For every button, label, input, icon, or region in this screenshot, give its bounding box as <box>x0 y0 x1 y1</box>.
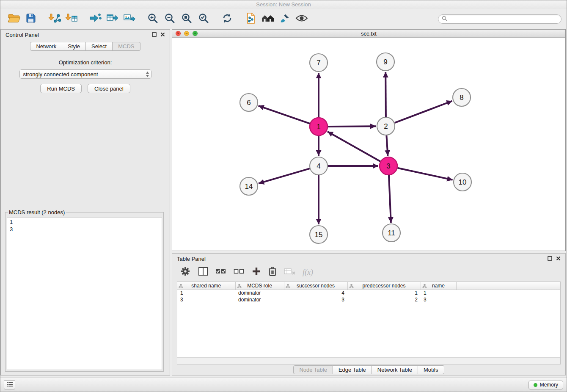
column-header-predecessor-nodes[interactable]: predecessor nodes <box>347 282 421 290</box>
column-header-mcds-role[interactable]: MCDS role <box>235 282 284 290</box>
cell-filler <box>456 296 560 303</box>
tab-style[interactable]: Style <box>62 42 86 51</box>
graph-node-8[interactable]: 8 <box>453 88 471 106</box>
edge-2-to-8[interactable] <box>395 101 452 123</box>
table-hscrollbar[interactable] <box>177 357 560 364</box>
graph-node-2[interactable]: 2 <box>377 117 395 135</box>
control-panel: Control Panel NetworkStyleSelectMCDS Opt… <box>0 29 170 375</box>
open-session-button[interactable] <box>6 11 22 28</box>
tab-mcds[interactable]: MCDS <box>113 42 140 51</box>
function-builder-button[interactable]: f(x) <box>303 268 313 277</box>
graph-node-15[interactable]: 15 <box>310 226 328 243</box>
zoom-selected-icon <box>198 13 209 25</box>
mcds-result-list[interactable]: 13 <box>7 217 162 370</box>
edge-4-to-14[interactable] <box>259 168 310 183</box>
edge-2-to-3[interactable] <box>386 135 388 156</box>
delete-table-button[interactable] <box>284 268 295 277</box>
window-minimize-icon[interactable]: − <box>184 31 189 36</box>
select-all-button[interactable] <box>215 268 226 276</box>
edge-1-to-2[interactable] <box>328 126 376 127</box>
column-header-successor-nodes[interactable]: successor nodes <box>284 282 347 290</box>
svg-text:14: 14 <box>245 182 253 190</box>
zoom-out-button[interactable] <box>161 11 178 28</box>
run-mcds-button[interactable]: Run MCDS <box>40 84 82 93</box>
network-window-titlebar[interactable]: × − + scc.txt <box>172 30 565 38</box>
zoom-in-button[interactable] <box>144 11 161 28</box>
edge-2-to-9[interactable] <box>385 72 386 117</box>
show-columns-button[interactable] <box>198 267 208 278</box>
edge-3-to-10[interactable] <box>398 168 453 180</box>
table-settings-button[interactable] <box>180 266 191 279</box>
image-arrow-icon <box>123 13 135 25</box>
table-tab-network-table[interactable]: Network Table <box>372 365 418 374</box>
import-table-button[interactable] <box>63 11 80 28</box>
graph-node-10[interactable]: 10 <box>454 173 471 191</box>
edge-3-to-1[interactable] <box>328 132 380 161</box>
table-row[interactable]: 3dominator323 <box>177 296 560 303</box>
window-titlebar: Session: New Session <box>0 0 567 9</box>
table-tab-node-table[interactable]: Node Table <box>293 365 333 374</box>
svg-text:2: 2 <box>384 122 388 130</box>
table-row[interactable]: 1dominator411 <box>177 290 560 296</box>
float-table-panel-icon[interactable] <box>548 256 552 262</box>
close-table-panel-icon[interactable] <box>556 256 561 262</box>
edge-1-to-6[interactable] <box>259 106 310 124</box>
column-header-shared-name[interactable]: shared name <box>177 282 235 290</box>
search-input[interactable] <box>449 16 558 22</box>
node-table-body: 1dominator4113dominator323 <box>177 290 560 303</box>
delete-column-button[interactable] <box>268 266 277 278</box>
save-session-button[interactable] <box>22 11 39 28</box>
graph-node-14[interactable]: 14 <box>240 177 258 195</box>
graph-node-6[interactable]: 6 <box>240 94 258 111</box>
export-table-button[interactable] <box>104 11 121 28</box>
home-button[interactable] <box>259 11 276 28</box>
plus-icon <box>252 267 261 278</box>
export-image-button[interactable] <box>121 11 138 28</box>
close-panel-button[interactable]: Close panel <box>88 84 130 93</box>
new-network-button[interactable] <box>87 11 104 28</box>
graph-node-3[interactable]: 3 <box>380 157 397 175</box>
refresh-view-button[interactable] <box>219 11 236 28</box>
cell-predecessor-nodes: 2 <box>347 296 421 303</box>
show-hide-panels-button[interactable] <box>293 11 310 28</box>
criterion-dropdown[interactable]: strongly connected component <box>19 69 151 79</box>
tab-network[interactable]: Network <box>30 42 62 51</box>
zoom-fit-button[interactable] <box>178 11 195 28</box>
columns-icon <box>198 267 208 278</box>
table-tab-edge-table[interactable]: Edge Table <box>333 365 372 374</box>
export-page-button[interactable] <box>242 11 259 28</box>
close-panel-icon[interactable] <box>160 32 165 38</box>
window-zoom-icon[interactable]: + <box>193 31 198 36</box>
memory-status-icon <box>534 383 537 387</box>
zoom-selected-button[interactable] <box>195 11 212 28</box>
unselect-all-icon <box>234 268 245 276</box>
search-field[interactable] <box>438 14 561 24</box>
control-panel-title: Control Panel <box>6 32 39 38</box>
graph-node-4[interactable]: 4 <box>310 157 328 175</box>
graph-node-9[interactable]: 9 <box>377 53 394 71</box>
graph-node-7[interactable]: 7 <box>310 54 328 72</box>
status-bar: Memory <box>0 378 567 392</box>
graph-node-11[interactable]: 11 <box>383 224 400 242</box>
save-floppy-icon <box>25 13 36 25</box>
graph-node-1[interactable]: 1 <box>310 118 328 135</box>
trash-icon <box>268 266 277 278</box>
network-graph[interactable]: 7968124314101511 <box>172 38 565 251</box>
svg-text:15: 15 <box>315 231 323 239</box>
memory-button[interactable]: Memory <box>528 381 563 389</box>
import-network-button[interactable] <box>46 11 63 28</box>
add-column-button[interactable] <box>252 267 261 278</box>
apply-style-button[interactable] <box>276 11 293 28</box>
float-panel-icon[interactable] <box>152 32 157 38</box>
list-icon <box>6 381 13 389</box>
edge-3-to-11[interactable] <box>389 175 391 223</box>
column-header-name[interactable]: name <box>421 282 456 290</box>
node-table-header-row: shared nameMCDS rolesuccessor nodesprede… <box>177 282 560 290</box>
network-canvas[interactable]: 7968124314101511 <box>172 38 565 251</box>
task-history-button[interactable] <box>4 380 15 389</box>
unselect-all-button[interactable] <box>234 268 245 276</box>
tab-select[interactable]: Select <box>86 42 113 51</box>
table-tab-motifs[interactable]: Motifs <box>418 365 444 374</box>
svg-text:6: 6 <box>247 99 250 107</box>
window-close-icon[interactable]: × <box>176 31 181 36</box>
